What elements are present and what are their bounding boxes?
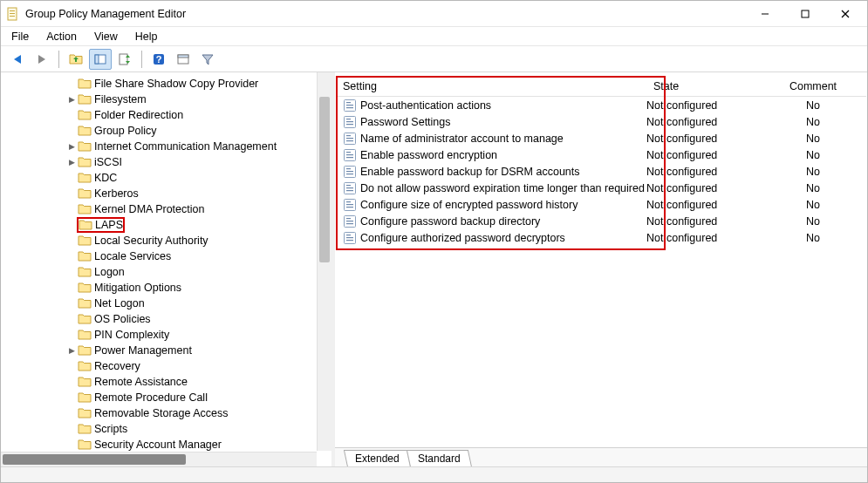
close-button[interactable]	[825, 2, 865, 26]
setting-row[interactable]: Name of administrator account to manageN…	[336, 130, 866, 146]
tree-item[interactable]: Scripts	[1, 421, 331, 437]
setting-cell-name: Post-authentication actions	[336, 99, 646, 112]
tree-horizontal-scrollbar[interactable]	[1, 452, 317, 466]
minimize-button[interactable]	[745, 2, 785, 26]
folder-icon	[78, 234, 92, 248]
setting-icon	[343, 198, 357, 212]
column-header-comment[interactable]: Comment	[760, 78, 866, 95]
setting-cell-comment: No	[760, 215, 866, 228]
expander-icon[interactable]: ▶	[65, 158, 78, 167]
tree-item[interactable]: File Share Shadow Copy Provider	[1, 76, 331, 92]
scrollbar-thumb[interactable]	[3, 454, 186, 465]
svg-rect-6	[10, 13, 15, 14]
tree-item[interactable]: Group Policy	[1, 123, 331, 139]
tree-item[interactable]: Logon	[1, 264, 331, 280]
expander-icon[interactable]: ▶	[65, 346, 78, 355]
setting-row[interactable]: Do not allow password expiration time lo…	[336, 180, 866, 196]
setting-row[interactable]: Configure size of encrypted password his…	[336, 196, 866, 213]
tree-item[interactable]: Folder Redirection	[1, 107, 331, 123]
content-body: File Share Shadow Copy Provider▶Filesyst…	[1, 72, 867, 466]
tree-item[interactable]: Net Logon	[1, 296, 331, 311]
tree-vertical-scrollbar[interactable]	[317, 72, 331, 451]
setting-icon	[343, 148, 357, 162]
column-header-setting[interactable]: Setting	[336, 78, 646, 95]
tree-item[interactable]: Remote Procedure Call	[1, 390, 331, 405]
tree-item[interactable]: Remote Assistance	[1, 374, 331, 390]
folder-icon	[78, 108, 92, 122]
tree-item[interactable]: OS Policies	[1, 311, 331, 327]
tree-item[interactable]: PIN Complexity	[1, 327, 331, 343]
tree-item[interactable]: Removable Storage Access	[1, 405, 331, 421]
tree-item-label: Folder Redirection	[94, 109, 183, 121]
setting-cell-comment: No	[760, 232, 866, 244]
menu-help[interactable]: Help	[128, 29, 165, 44]
setting-icon	[343, 181, 357, 195]
tree-item[interactable]: Local Security Authority	[1, 233, 331, 248]
tree-item[interactable]: Kerberos	[1, 186, 331, 201]
tree-item[interactable]: Recovery	[1, 358, 331, 374]
setting-cell-name: Do not allow password expiration time lo…	[336, 181, 646, 195]
tree-item-label: Kernel DMA Protection	[94, 203, 204, 215]
setting-cell-comment: No	[760, 166, 866, 178]
setting-cell-comment: No	[760, 149, 866, 161]
settings-list[interactable]: Post-authentication actionsNot configure…	[336, 97, 866, 447]
help-button[interactable]: ?	[147, 49, 170, 70]
setting-icon	[343, 115, 357, 129]
detail-pane: Setting State Comment Post-authenticatio…	[335, 72, 867, 466]
tree-item[interactable]: KDC	[1, 170, 331, 186]
expander-icon[interactable]: ▶	[65, 142, 78, 151]
tree-item[interactable]: Locale Services	[1, 248, 331, 264]
detail-tabstrip: Extended Standard	[335, 447, 867, 466]
list-header: Setting State Comment	[336, 76, 866, 97]
forward-button[interactable]	[31, 49, 53, 70]
setting-row[interactable]: Enable password backup for DSRM accounts…	[336, 163, 866, 180]
expander-icon[interactable]: ▶	[65, 95, 78, 104]
filter-button[interactable]	[196, 49, 219, 70]
tree-item-label: PIN Complexity	[94, 329, 169, 341]
tree-item[interactable]: LAPS	[1, 217, 331, 233]
menu-action[interactable]: Action	[39, 29, 84, 44]
setting-cell-state: Not configured	[646, 166, 760, 178]
tab-standard[interactable]: Standard	[407, 450, 472, 466]
tab-extended[interactable]: Extended	[344, 450, 411, 466]
column-header-state[interactable]: State	[646, 78, 760, 95]
folder-icon	[78, 281, 92, 295]
toolbar-separator	[141, 51, 142, 68]
menubar: File Action View Help	[1, 27, 867, 46]
up-button[interactable]	[65, 49, 87, 70]
setting-row[interactable]: Post-authentication actionsNot configure…	[336, 97, 866, 113]
menu-file[interactable]: File	[4, 29, 36, 44]
tree-item[interactable]: Security Account Manager	[1, 437, 331, 452]
setting-cell-comment: No	[760, 133, 866, 145]
export-button[interactable]	[113, 49, 136, 70]
show-hide-tree-button[interactable]	[172, 49, 195, 70]
svg-rect-5	[10, 10, 15, 11]
tree-item[interactable]: ▶Internet Communication Management	[1, 139, 331, 154]
scrollbar-thumb[interactable]	[319, 97, 330, 262]
tree-item[interactable]: Mitigation Options	[1, 280, 331, 296]
statusbar	[1, 466, 867, 482]
maximize-button[interactable]	[785, 2, 825, 26]
app-window: Group Policy Management Editor File Acti…	[0, 0, 868, 483]
tree-item[interactable]: ▶Filesystem	[1, 92, 331, 107]
tree-item[interactable]: ▶iSCSI	[1, 154, 331, 170]
setting-cell-name: Configure authorized password decryptors	[336, 231, 646, 245]
properties-button[interactable]	[89, 49, 112, 70]
tree-item-label: OS Policies	[94, 313, 151, 325]
menu-view[interactable]: View	[87, 29, 125, 44]
svg-rect-9	[802, 10, 809, 17]
setting-cell-state: Not configured	[646, 232, 760, 244]
back-button[interactable]	[6, 49, 29, 70]
tree-item[interactable]: ▶Power Management	[1, 343, 331, 358]
tree-item-label: Security Account Manager	[94, 439, 222, 451]
tree-item-label: Removable Storage Access	[94, 407, 229, 419]
setting-row[interactable]: Password SettingsNot configuredNo	[336, 113, 866, 130]
tree-scroll[interactable]: File Share Shadow Copy Provider▶Filesyst…	[1, 72, 331, 466]
setting-name: Password Settings	[360, 116, 451, 128]
tree-item-label: KDC	[94, 172, 117, 184]
tree-item[interactable]: Kernel DMA Protection	[1, 201, 331, 217]
setting-row[interactable]: Configure authorized password decryptors…	[336, 229, 866, 246]
setting-row[interactable]: Configure password backup directoryNot c…	[336, 213, 866, 229]
setting-icon	[343, 165, 357, 179]
setting-row[interactable]: Enable password encryptionNot configured…	[336, 146, 866, 163]
